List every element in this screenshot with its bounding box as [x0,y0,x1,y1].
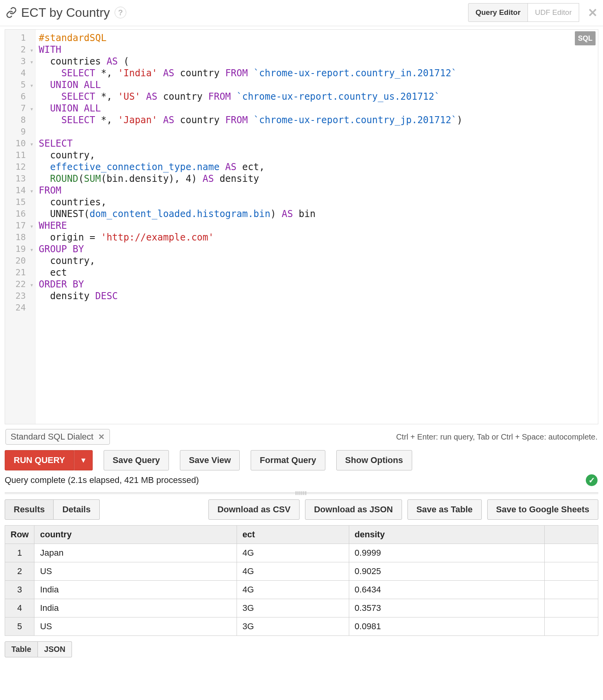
tab-udf-editor[interactable]: UDF Editor [528,3,579,22]
sql-editor[interactable]: SQL 123456789101112131415161718192021222… [5,29,598,424]
save-view-button[interactable]: Save View [180,450,240,470]
link-icon [5,7,17,18]
save-as-table-button[interactable]: Save as Table [407,499,482,520]
success-icon: ✓ [586,474,598,486]
tab-details[interactable]: Details [54,499,99,520]
col-ect: ect [237,526,349,544]
table-row: 4India3G0.3573 [5,599,598,617]
format-query-button[interactable]: Format Query [251,450,325,470]
resize-handle[interactable] [5,492,598,494]
tab-query-editor[interactable]: Query Editor [468,3,528,22]
header: ECT by Country ? Query Editor UDF Editor… [0,0,603,26]
run-query-button[interactable]: RUN QUERY [5,450,74,470]
shortcut-hint: Ctrl + Enter: run query, Tab or Ctrl + S… [396,433,598,442]
dialect-remove-icon[interactable]: ✕ [98,432,105,442]
col-density: density [349,526,544,544]
col-row: Row [5,526,34,544]
query-status: Query complete (2.1s elapsed, 421 MB pro… [5,475,199,485]
results-table: Rowcountryectdensity 1Japan4G0.99992US4G… [5,525,598,636]
download-csv-button[interactable]: Download as CSV [208,499,300,520]
save-query-button[interactable]: Save Query [104,450,169,470]
show-options-button[interactable]: Show Options [336,450,412,470]
table-row: 1Japan4G0.9999 [5,544,598,562]
run-query-dropdown[interactable]: ▼ [74,450,93,470]
tab-results[interactable]: Results [5,499,54,520]
code-content[interactable]: #standardSQLWITH countries AS ( SELECT *… [39,32,596,314]
view-toggle: Table JSON [5,641,72,657]
dialect-chip[interactable]: Standard SQL Dialect ✕ [5,429,110,445]
table-row: 5US3G0.0981 [5,617,598,636]
help-icon[interactable]: ? [115,7,126,18]
query-toolbar: RUN QUERY ▼ Save Query Save View Format … [0,445,603,472]
view-table-button[interactable]: Table [5,641,38,657]
col-country: country [34,526,237,544]
line-gutter: 123456789101112131415161718192021222324 [5,30,36,424]
download-json-button[interactable]: Download as JSON [305,499,402,520]
results-toolbar: Results Details Download as CSV Download… [0,499,603,520]
table-row: 3India4G0.6434 [5,581,598,599]
dialect-label: Standard SQL Dialect [11,432,93,442]
save-to-sheets-button[interactable]: Save to Google Sheets [487,499,598,520]
page-title: ECT by Country [21,5,110,20]
close-icon[interactable]: ✕ [588,6,598,20]
view-json-button[interactable]: JSON [38,641,72,657]
table-row: 2US4G0.9025 [5,562,598,581]
